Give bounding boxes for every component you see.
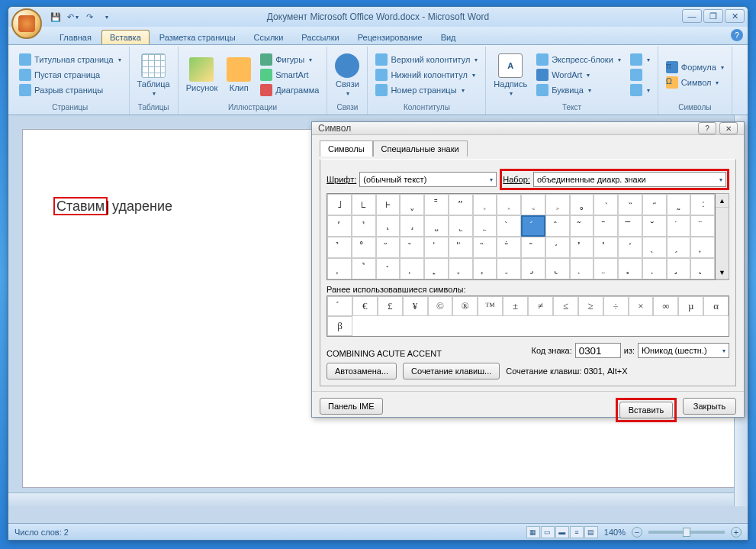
maximize-button[interactable]: ❐ [703, 9, 723, 23]
symbol-cell[interactable]: ̙ [327, 258, 352, 279]
recent-symbol-cell[interactable]: ™ [478, 296, 503, 316]
smartart-button[interactable]: SmartArt [257, 68, 322, 82]
zoom-slider[interactable] [648, 531, 725, 534]
word-count[interactable]: Число слов: 2 [14, 528, 69, 537]
symbol-cell[interactable]: ̆ [642, 215, 667, 237]
symbol-cell[interactable]: ˮ [449, 194, 473, 215]
tab-refs[interactable]: Ссылки [246, 30, 292, 44]
object-button[interactable]: ▾ [627, 83, 653, 97]
symbol-cell[interactable]: ̛ [376, 258, 401, 279]
symbol-cell[interactable]: ̟ [473, 258, 497, 279]
tab-symbols[interactable]: Символы [320, 140, 373, 157]
table-button[interactable]: Таблица▾ [134, 52, 173, 98]
symbol-cell[interactable]: ˵ [618, 194, 642, 215]
tab-special[interactable]: Специальные знаки [373, 140, 468, 157]
help-icon[interactable]: ? [731, 29, 743, 41]
scroll-down-icon[interactable]: ▼ [716, 266, 729, 279]
symbol-cell[interactable]: ˰ [497, 194, 521, 215]
symbol-cell[interactable]: ̈ [690, 215, 715, 237]
recent-symbol-cell[interactable]: ́ [327, 296, 352, 316]
symbol-cell[interactable]: ˲ [545, 194, 570, 215]
insert-button[interactable]: Вставить [619, 402, 673, 418]
symbol-cell[interactable]: ̘ [690, 237, 715, 258]
draft-view[interactable]: ▤ [584, 526, 598, 538]
shapes-button[interactable]: Фигуры▾ [257, 53, 322, 66]
print-layout-view[interactable]: ▦ [526, 526, 540, 538]
symbol-cell[interactable]: ̍ [424, 237, 449, 258]
recent-symbol-cell[interactable]: ® [452, 296, 478, 316]
symbol-cell[interactable]: ̇ [667, 215, 691, 237]
tab-insert[interactable]: Вставка [101, 30, 150, 44]
symbol-cell[interactable]: ̕ [618, 237, 642, 258]
symbol-button[interactable]: ΩСимвол▾ [663, 76, 727, 89]
symbol-cell[interactable]: ̣ [570, 258, 594, 279]
recent-symbol-cell[interactable]: α [703, 296, 729, 316]
grid-scrollbar[interactable]: ▲ ▼ [716, 193, 729, 280]
symbol-cell[interactable]: ˺ [352, 215, 376, 237]
recent-symbol-cell[interactable]: × [629, 296, 654, 316]
scroll-up-icon[interactable]: ▲ [716, 194, 729, 208]
symbol-cell[interactable]: ˪ [352, 194, 376, 215]
symbol-cell[interactable]: ̥ [618, 258, 642, 279]
symbol-cell[interactable]: ̗ [667, 237, 691, 258]
tab-view[interactable]: Вид [433, 30, 465, 44]
symbol-cell[interactable]: ˿ [473, 215, 497, 237]
blank-page-button[interactable]: Пустая страница [16, 68, 124, 82]
symbol-cell[interactable]: ̂ [545, 215, 570, 237]
redo-icon[interactable]: ↷ [82, 9, 97, 24]
minimize-button[interactable]: — [682, 9, 702, 23]
symbol-cell[interactable]: ̃ [570, 215, 594, 237]
page-break-button[interactable]: Разрыв страницы [16, 83, 124, 97]
recent-symbol-cell[interactable]: ÷ [603, 296, 629, 316]
symbol-cell[interactable]: ˷ [667, 194, 691, 215]
encoding-select[interactable]: Юникод (шестн.)▾ [638, 343, 729, 358]
save-icon[interactable]: 💾 [48, 9, 63, 24]
autocorrect-button[interactable]: Автозамена... [327, 363, 397, 379]
recent-symbol-cell[interactable]: © [428, 296, 453, 316]
symbol-cell[interactable]: ˯ [473, 194, 497, 215]
symbol-cell[interactable]: ̐ [497, 237, 521, 258]
links-button[interactable]: Связи▾ [332, 52, 362, 98]
symbol-cell[interactable]: ̅ [618, 215, 642, 237]
symbol-cell[interactable]: ̝ [424, 258, 449, 279]
recent-symbol-cell[interactable]: β [327, 316, 352, 336]
font-select[interactable]: (обычный текст)▾ [359, 172, 497, 187]
outline-view[interactable]: ≡ [570, 526, 584, 538]
symbol-cell[interactable]: ̉ [327, 237, 352, 258]
symbol-cell[interactable]: ˭ [424, 194, 449, 215]
symbol-cell[interactable]: ̊ [352, 237, 376, 258]
symbol-cell[interactable]: ˽ [424, 215, 449, 237]
symbol-cell[interactable]: ̎ [449, 237, 473, 258]
symbol-cell[interactable]: ̨ [690, 258, 715, 279]
close-dialog-button[interactable]: Закрыть [683, 398, 736, 415]
symbol-cell[interactable]: ˾ [449, 215, 473, 237]
symbol-cell[interactable]: ˳ [570, 194, 594, 215]
symbol-cell[interactable]: ˹ [327, 215, 352, 237]
symbol-cell[interactable]: ̏ [473, 237, 497, 258]
header-bottom-button[interactable]: Нижний колонтитул▾ [372, 68, 481, 82]
symbol-cell[interactable]: ˼ [400, 215, 424, 237]
dialog-close-button[interactable]: ✕ [719, 122, 738, 134]
dropcap-button[interactable]: Буквица▾ [533, 83, 624, 97]
zoom-level[interactable]: 140% [604, 528, 626, 537]
recent-symbol-cell[interactable]: ¥ [403, 296, 428, 316]
code-input[interactable] [575, 343, 621, 358]
symbol-cell[interactable]: ˱ [521, 194, 545, 215]
wordart-button[interactable]: WordArt▾ [533, 68, 624, 82]
recent-symbol-cell[interactable]: ∞ [653, 296, 678, 316]
tab-layout[interactable]: Разметка страницы [151, 30, 244, 44]
symbol-cell[interactable]: ̋ [376, 237, 401, 258]
page-number-button[interactable]: Номер страницы▾ [372, 83, 481, 97]
zoom-in-button[interactable]: + [731, 527, 742, 538]
symbol-cell[interactable]: ̡ [521, 258, 545, 279]
recent-symbol-cell[interactable]: ± [503, 296, 528, 316]
symbol-cell[interactable]: ̧ [667, 258, 691, 279]
web-view[interactable]: ▬ [555, 526, 569, 538]
undo-icon[interactable]: ↶▾ [65, 9, 80, 24]
set-select[interactable]: объединенные диакр. знаки▾ [533, 172, 726, 187]
zoom-thumb[interactable] [683, 528, 690, 537]
tab-review[interactable]: Рецензирование [349, 30, 431, 44]
recent-symbol-cell[interactable]: £ [378, 296, 403, 316]
recent-symbol-cell[interactable]: ≥ [578, 296, 603, 316]
symbol-cell[interactable]: ̔ [594, 237, 618, 258]
